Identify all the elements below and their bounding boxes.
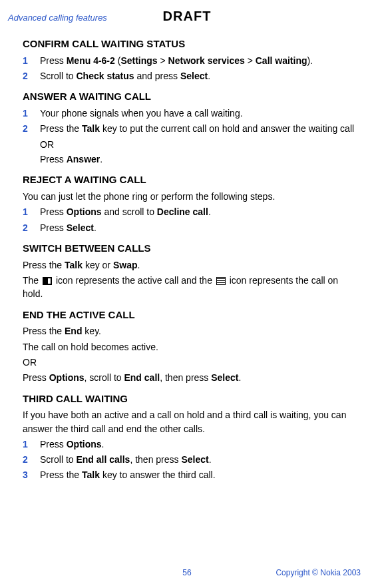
step-text: Press the Talk key to put the current ca… bbox=[40, 122, 361, 135]
step-text: Press Select. bbox=[40, 221, 361, 234]
step-text: Press Options and scroll to Decline call… bbox=[40, 205, 361, 218]
step-number: 2 bbox=[23, 221, 40, 234]
switch-p2: The icon represents the active call and … bbox=[23, 274, 361, 301]
draft-watermark: DRAFT bbox=[127, 7, 246, 26]
step-text: Press Options. bbox=[40, 438, 361, 451]
switch-title: SWITCH BETWEEN CALLS bbox=[23, 241, 361, 256]
end-title: END THE ACTIVE CALL bbox=[23, 308, 361, 322]
reject-title: REJECT A WAITING CALL bbox=[23, 172, 361, 187]
step-number: 2 bbox=[23, 453, 40, 466]
third-title: THIRD CALL WAITING bbox=[23, 392, 361, 406]
third-intro: If you have both an active and a call on… bbox=[23, 408, 361, 436]
third-step-1: 1 Press Options. bbox=[23, 438, 361, 451]
end-p2: The call on hold becomes active. bbox=[23, 340, 361, 354]
end-or: OR bbox=[23, 356, 361, 369]
step-number: 1 bbox=[23, 107, 40, 120]
active-call-icon bbox=[43, 277, 52, 285]
third-step-2: 2 Scroll to End all calls, then press Se… bbox=[23, 453, 361, 466]
switch-p1: Press the Talk key or Swap. bbox=[23, 258, 361, 272]
copyright: Copyright © Nokia 2003 bbox=[276, 567, 361, 579]
step-text: Press Menu 4-6-2 (Settings > Network ser… bbox=[40, 54, 361, 67]
step-text: Your phone signals when you have a call … bbox=[40, 107, 361, 120]
step-number: 1 bbox=[23, 438, 40, 451]
confirm-step-2: 2 Scroll to Check status and press Selec… bbox=[23, 69, 361, 83]
section-name: Advanced calling features bbox=[8, 12, 127, 25]
reject-step-1: 1 Press Options and scroll to Decline ca… bbox=[23, 205, 361, 218]
page-footer: 56 Copyright © Nokia 2003 bbox=[0, 567, 374, 579]
step-text: Scroll to End all calls, then press Sele… bbox=[40, 453, 361, 466]
confirm-step-1: 1 Press Menu 4-6-2 (Settings > Network s… bbox=[23, 54, 361, 67]
step-text: Press the Talk key to answer the third c… bbox=[40, 468, 361, 481]
answer-press-answer: Press Answer. bbox=[40, 152, 361, 166]
page-content: CONFIRM CALL WAITING STATUS 1 Press Menu… bbox=[0, 26, 374, 482]
step-text: Scroll to Check status and press Select. bbox=[40, 69, 361, 83]
hold-call-icon bbox=[216, 277, 226, 285]
third-step-3: 3 Press the Talk key to answer the third… bbox=[23, 468, 361, 481]
step-number: 3 bbox=[23, 468, 40, 481]
confirm-title: CONFIRM CALL WAITING STATUS bbox=[23, 37, 361, 51]
step-number: 2 bbox=[23, 122, 40, 135]
answer-step-2: 2 Press the Talk key to put the current … bbox=[23, 122, 361, 135]
page-header: Advanced calling features DRAFT bbox=[0, 0, 374, 26]
page-number: 56 bbox=[182, 567, 191, 579]
step-number: 2 bbox=[23, 69, 40, 83]
reject-intro: You can just let the phone ring or perfo… bbox=[23, 190, 361, 203]
answer-step-1: 1 Your phone signals when you have a cal… bbox=[23, 107, 361, 120]
answer-title: ANSWER A WAITING CALL bbox=[23, 89, 361, 104]
step-number: 1 bbox=[23, 54, 40, 67]
end-p1: Press the End key. bbox=[23, 324, 361, 338]
step-number: 1 bbox=[23, 205, 40, 218]
end-p3: Press Options, scroll to End call, then … bbox=[23, 371, 361, 384]
reject-step-2: 2 Press Select. bbox=[23, 221, 361, 234]
answer-or: OR bbox=[40, 138, 361, 151]
